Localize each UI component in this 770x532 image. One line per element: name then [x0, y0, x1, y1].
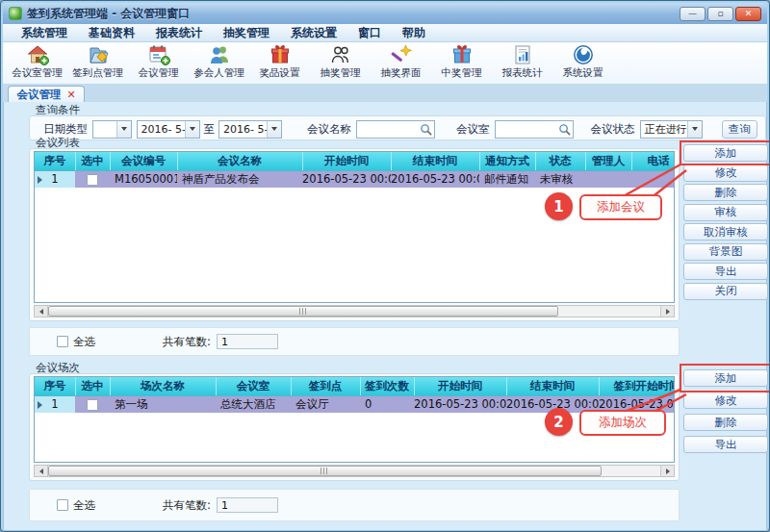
col-meeting-name[interactable]: 会议名称: [177, 152, 302, 170]
col-phone[interactable]: 电话: [631, 152, 675, 170]
toolbar-winner-management[interactable]: 中奖管理: [431, 43, 492, 84]
col-start-time[interactable]: 开始时间: [302, 152, 391, 170]
col-checkpoint[interactable]: 签到点: [291, 377, 360, 395]
search-button[interactable]: 查询: [722, 120, 757, 139]
menu-system-management[interactable]: 系统管理: [13, 25, 76, 41]
select-all-label: 全选: [73, 335, 95, 349]
toolbar-prize-settings[interactable]: 奖品设置: [249, 43, 310, 84]
menu-base-data[interactable]: 基础资料: [80, 25, 143, 41]
col-selected[interactable]: 选中: [75, 377, 110, 395]
col-session-name[interactable]: 场次名称: [110, 377, 216, 395]
main-content: 查询条件 日期类型 2016- 5- 1 至 2016- 5-23 会议名称: [3, 102, 767, 531]
session-export-button[interactable]: 导出: [683, 436, 768, 453]
meeting-audit-button[interactable]: 审核: [683, 204, 768, 221]
col-manager[interactable]: 管理人: [585, 152, 631, 170]
meeting-export-button[interactable]: 导出: [683, 263, 768, 280]
col-meeting-id[interactable]: 会议编号: [110, 152, 177, 170]
toolbar-system-settings[interactable]: 系统设置: [552, 43, 613, 84]
tab-close-icon[interactable]: ✕: [66, 89, 75, 101]
session-add-button[interactable]: 添加: [683, 369, 768, 387]
session-delete-button[interactable]: 删除: [683, 414, 768, 431]
toolbar-label: 中奖管理: [442, 66, 482, 80]
scroll-thumb[interactable]: [48, 466, 602, 476]
chevron-down-icon[interactable]: [687, 121, 702, 138]
magic-wand-icon: [390, 43, 413, 66]
scroll-left-icon[interactable]: [35, 306, 48, 317]
date-from-value: 2016- 5- 1: [138, 123, 185, 136]
meeting-add-button[interactable]: 添加: [683, 144, 768, 162]
query-row: 日期类型 2016- 5- 1 至 2016- 5-23 会议名称: [38, 119, 757, 139]
toolbar-report-statistics[interactable]: 报表统计: [492, 43, 552, 84]
meeting-table-hscrollbar[interactable]: [34, 305, 675, 317]
col-start-time[interactable]: 开始时间: [414, 377, 506, 395]
maximize-button[interactable]: ▫: [707, 7, 733, 21]
menu-help[interactable]: 帮助: [394, 25, 434, 41]
minimize-button[interactable]: —: [680, 7, 706, 21]
row-checkbox[interactable]: [87, 399, 98, 411]
col-signin-start-time[interactable]: 签到开始时间: [599, 377, 675, 395]
select-all-checkbox[interactable]: [57, 336, 68, 347]
col-signin-count[interactable]: 签到次数: [360, 377, 414, 395]
status-select[interactable]: 正在进行: [640, 120, 703, 139]
date-from-picker[interactable]: 2016- 5- 1: [137, 120, 200, 139]
meeting-buttons-column: 添加 修改 删除 审核 取消审核 背景图 导出 关闭: [683, 144, 768, 300]
scroll-right-icon[interactable]: [660, 466, 674, 476]
menu-lottery-management[interactable]: 抽奖管理: [215, 25, 278, 41]
meeting-close-button[interactable]: 关闭: [683, 283, 768, 300]
close-button[interactable]: ✕: [735, 7, 761, 21]
sessions-table-row[interactable]: 1 第一场 总统大酒店 会议厅 0 2016-05-23 00:00 2016-…: [35, 395, 675, 413]
meeting-background-button[interactable]: 背景图: [683, 243, 768, 261]
col-selected[interactable]: 选中: [75, 152, 110, 170]
step-2-callout: 添加场次: [579, 410, 666, 436]
tab-label: 会议管理: [16, 88, 61, 102]
scroll-thumb[interactable]: [48, 306, 558, 317]
row-status: 未审核: [535, 170, 585, 188]
meeting-name-input[interactable]: [357, 122, 420, 137]
col-notify-method[interactable]: 通知方式: [479, 152, 535, 170]
toolbar-meeting-room-management[interactable]: 会议室管理: [7, 43, 67, 84]
toolbar-lottery-screen[interactable]: 抽奖界面: [371, 43, 431, 84]
meeting-modify-button[interactable]: 修改: [683, 165, 768, 182]
toolbar-attendee-management[interactable]: 参会人管理: [189, 43, 249, 84]
col-room[interactable]: 会议室: [216, 377, 291, 395]
room-input[interactable]: [496, 122, 558, 137]
settings-gear-icon: [572, 43, 595, 66]
session-modify-button[interactable]: 修改: [683, 392, 768, 409]
tab-meeting-management[interactable]: 会议管理 ✕: [8, 86, 85, 102]
col-end-time[interactable]: 结束时间: [506, 377, 599, 395]
scroll-right-icon[interactable]: [660, 306, 674, 317]
row-checkbox[interactable]: [87, 174, 98, 186]
date-type-select[interactable]: [92, 120, 132, 139]
toolbar-label: 奖品设置: [260, 66, 300, 80]
col-end-time[interactable]: 结束时间: [391, 152, 479, 170]
toolbar-meeting-management[interactable]: 会议管理: [128, 43, 189, 84]
report-chart-icon: [511, 43, 534, 66]
chevron-down-icon[interactable]: [116, 121, 131, 138]
menu-window[interactable]: 窗口: [349, 25, 390, 41]
sessions-table-hscrollbar[interactable]: [34, 465, 675, 477]
meeting-delete-button[interactable]: 删除: [683, 184, 768, 201]
menu-report-stats[interactable]: 报表统计: [147, 25, 211, 41]
app-window: 签到系统管理端 - 会议管理窗口 — ▫ ✕ 系统管理 基础资料 报表统计 抽奖…: [0, 0, 770, 532]
menu-system-settings[interactable]: 系统设置: [282, 25, 346, 41]
row-signin-count: 0: [360, 395, 414, 413]
toolbar-checkpoint-management[interactable]: 签到点管理: [67, 43, 128, 84]
chevron-down-icon[interactable]: [185, 121, 199, 138]
select-all-checkbox[interactable]: [57, 499, 68, 511]
col-status[interactable]: 状态: [535, 152, 585, 170]
col-seq[interactable]: 序号: [35, 152, 75, 170]
chevron-down-icon[interactable]: [267, 121, 281, 138]
meeting-table-row[interactable]: 1 M16050001 神盾产品发布会 2016-05-23 00:00 201…: [35, 170, 675, 188]
search-icon[interactable]: [420, 123, 432, 136]
search-icon[interactable]: [558, 123, 571, 136]
scroll-left-icon[interactable]: [35, 466, 48, 476]
meeting-cancel-audit-button[interactable]: 取消审核: [683, 223, 768, 241]
window-title: 签到系统管理端 - 会议管理窗口: [27, 6, 190, 22]
total-count-value: 1: [217, 334, 278, 349]
date-to-picker[interactable]: 2016- 5-23: [218, 120, 282, 139]
meeting-list-legend: 会议列表: [36, 136, 80, 150]
col-seq[interactable]: 序号: [35, 377, 75, 395]
step-1-callout: 添加会议: [579, 194, 662, 220]
sessions-legend: 会议场次: [36, 361, 80, 375]
toolbar-lottery-management[interactable]: 抽奖管理: [310, 43, 371, 84]
